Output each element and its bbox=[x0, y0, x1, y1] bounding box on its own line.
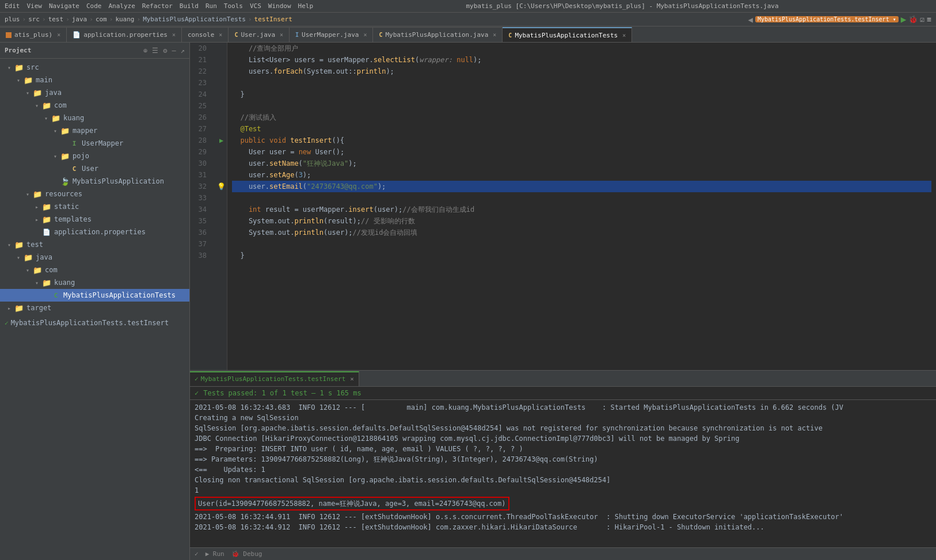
code-line-30: user.setName("狂神说Java"); bbox=[232, 158, 931, 169]
status-debug[interactable]: 🐞 Debug bbox=[231, 550, 262, 558]
sync-icon[interactable]: ⊕ bbox=[143, 47, 147, 55]
tab-close-mybatisapp[interactable]: × bbox=[493, 32, 496, 38]
gear-icon[interactable]: ⚙ bbox=[163, 47, 167, 55]
menu-refactor[interactable]: Refactor bbox=[142, 2, 173, 10]
folder-icon-java-test: 📁 bbox=[23, 252, 33, 262]
tree-item-pojo[interactable]: ▾ 📁 pojo bbox=[0, 150, 189, 162]
breadcrumb-java[interactable]: java bbox=[72, 16, 87, 23]
menu-view[interactable]: View bbox=[27, 2, 43, 10]
menu-run[interactable]: Run bbox=[206, 2, 217, 10]
tab-close-run[interactable]: × bbox=[350, 375, 354, 383]
console-line-2: SqlSession [org.apache.ibatis.session.de… bbox=[195, 423, 931, 433]
tree-item-tests-selected[interactable]: C MybatisPlusApplicationTests bbox=[0, 289, 189, 302]
line-num-35: 35 bbox=[190, 215, 211, 227]
tree-item-kuang-test[interactable]: ▾ 📁 kuang bbox=[0, 276, 189, 289]
tab-close-usermapper[interactable]: × bbox=[363, 32, 367, 38]
tree-arrow-kuang: ▾ bbox=[41, 115, 51, 121]
folder-icon-target: 📁 bbox=[14, 303, 24, 313]
code-line-32: user.setEmail("24736743@qq.com"); bbox=[232, 181, 931, 192]
tab-mybatisplus-application[interactable]: C MybatisPlusApplication.java × bbox=[373, 27, 503, 42]
bottom-tab-run[interactable]: ✓ MybatisPlusApplicationTests.testInsert… bbox=[190, 371, 359, 386]
breadcrumb-test[interactable]: test bbox=[48, 16, 64, 23]
tab-close-console[interactable]: × bbox=[219, 32, 222, 38]
breadcrumb-src[interactable]: src bbox=[28, 16, 40, 23]
tab-close-app-props[interactable]: × bbox=[172, 32, 176, 38]
tree-item-com[interactable]: ▾ 📁 com bbox=[0, 99, 189, 112]
tab-user-java[interactable]: C User.java × bbox=[229, 27, 290, 42]
breadcrumb-class[interactable]: MybatisPlusApplicationTests bbox=[143, 16, 246, 23]
external-icon[interactable]: ↗ bbox=[181, 47, 185, 55]
code-line-25 bbox=[232, 100, 931, 112]
editor-gutter: ▶ 💡 bbox=[216, 43, 227, 370]
code-content[interactable]: //查询全部用户 List<User> users = userMapper.s… bbox=[227, 43, 936, 370]
more-run-options-icon[interactable]: ≡ bbox=[927, 15, 931, 24]
menu-analyze[interactable]: Analyze bbox=[108, 2, 135, 10]
run-button[interactable]: ▶ bbox=[901, 14, 907, 25]
tree-item-templates[interactable]: ▸ 📁 templates bbox=[0, 213, 189, 226]
settings-icon[interactable]: — bbox=[172, 47, 176, 55]
line-numbers: 20 21 22 23 24 25 26 27 28 29 30 31 32 3… bbox=[190, 43, 216, 370]
menu-help[interactable]: Help bbox=[298, 2, 314, 10]
sidebar-title: Project bbox=[5, 47, 31, 54]
code-line-28: public void testInsert(){ bbox=[232, 135, 931, 146]
menu-code[interactable]: Code bbox=[86, 2, 102, 10]
tree-item-resources[interactable]: ▾ 📁 resources bbox=[0, 188, 189, 200]
tree-item-main[interactable]: ▾ 📁 main bbox=[0, 74, 189, 86]
code-line-37 bbox=[232, 238, 931, 250]
tab-close-atis-plus[interactable]: × bbox=[57, 32, 60, 38]
tree-item-kuang[interactable]: ▾ 📁 kuang bbox=[0, 112, 189, 124]
tab-mybatisplus-tests[interactable]: C MybatisPlusApplicationTests × bbox=[503, 27, 632, 42]
project-tree: ▾ 📁 src ▾ 📁 main ▾ 📁 java ▾ bbox=[0, 59, 189, 560]
code-line-35: System.out.println(result);// 受影响的行数 bbox=[232, 215, 931, 227]
console-output[interactable]: 2021-05-08 16:32:43.683 INFO 12612 --- [… bbox=[190, 400, 936, 547]
run-with-coverage-icon[interactable]: ☑ bbox=[920, 15, 924, 24]
status-run[interactable]: ▶ Run bbox=[206, 550, 225, 558]
menu-window[interactable]: Window bbox=[268, 2, 291, 10]
console-line-10: 2021-05-08 16:32:44.911 INFO 12612 --- [… bbox=[195, 512, 931, 522]
line-num-25: 25 bbox=[190, 100, 211, 112]
tab-close-tests[interactable]: × bbox=[622, 32, 626, 39]
tree-item-app-props[interactable]: 📄 application.properties bbox=[0, 226, 189, 238]
menu-bar[interactable]: Edit View Navigate Code Analyze Refactor… bbox=[5, 2, 313, 10]
tree-item-java-main[interactable]: ▾ 📁 java bbox=[0, 86, 189, 99]
tree-item-run-config[interactable]: ✓ MybatisPlusApplicationTests.testInsert bbox=[0, 317, 189, 329]
tab-atis-plus[interactable]: atis_plus) × bbox=[0, 27, 67, 42]
layout-icon[interactable]: ☰ bbox=[152, 47, 158, 55]
tree-item-mybatisapp[interactable]: 🍃 MybatisPlusApplication bbox=[0, 175, 189, 188]
tree-item-usermapper[interactable]: I UserMapper bbox=[0, 137, 189, 150]
tab-application-properties[interactable]: 📄 application.properties × bbox=[67, 27, 182, 42]
menu-edit[interactable]: Edit bbox=[5, 2, 20, 10]
tree-arrow-mapper: ▾ bbox=[51, 128, 60, 134]
menu-tools[interactable]: Tools bbox=[224, 2, 243, 10]
tree-item-mapper[interactable]: ▾ 📁 mapper bbox=[0, 124, 189, 137]
debug-button[interactable]: 🐞 bbox=[908, 15, 918, 24]
breadcrumb-com[interactable]: com bbox=[96, 16, 107, 23]
console-line-3: JDBC Connection [HikariProxyConnection@1… bbox=[195, 433, 931, 444]
run-gutter-arrow[interactable]: ▶ bbox=[216, 135, 227, 146]
tree-item-java-test[interactable]: ▾ 📁 java bbox=[0, 251, 189, 264]
breadcrumb-kuang[interactable]: kuang bbox=[115, 16, 134, 23]
tree-item-target[interactable]: ▸ 📁 target bbox=[0, 302, 189, 314]
tab-usermapper-java[interactable]: I UserMapper.java × bbox=[290, 27, 373, 42]
menu-navigate[interactable]: Navigate bbox=[49, 2, 79, 10]
tab-close-user[interactable]: × bbox=[280, 32, 283, 38]
navigate-left-icon[interactable]: ◀ bbox=[748, 15, 752, 24]
breadcrumb-method[interactable]: testInsert bbox=[254, 16, 292, 23]
tree-item-com-test[interactable]: ▾ 📁 com bbox=[0, 264, 189, 276]
lightbulb-icon[interactable]: 💡 bbox=[216, 181, 227, 192]
tree-item-test[interactable]: ▾ 📁 test bbox=[0, 238, 189, 251]
menu-build[interactable]: Build bbox=[180, 2, 199, 10]
tab-console[interactable]: console × bbox=[182, 27, 229, 42]
code-line-27: @Test bbox=[232, 123, 931, 135]
tree-arrow-main: ▾ bbox=[14, 77, 23, 83]
line-num-33: 33 bbox=[190, 192, 211, 204]
line-num-22: 22 bbox=[190, 66, 211, 77]
code-line-23 bbox=[232, 77, 931, 89]
tree-item-user[interactable]: C User bbox=[0, 162, 189, 175]
line-num-37: 37 bbox=[190, 238, 211, 250]
tree-item-static[interactable]: ▸ 📁 static bbox=[0, 200, 189, 213]
breadcrumb-plus[interactable]: plus bbox=[5, 16, 20, 23]
console-line-8: 1 bbox=[195, 485, 931, 496]
menu-vcs[interactable]: VCS bbox=[250, 2, 261, 10]
tree-item-src[interactable]: ▾ 📁 src bbox=[0, 61, 189, 74]
